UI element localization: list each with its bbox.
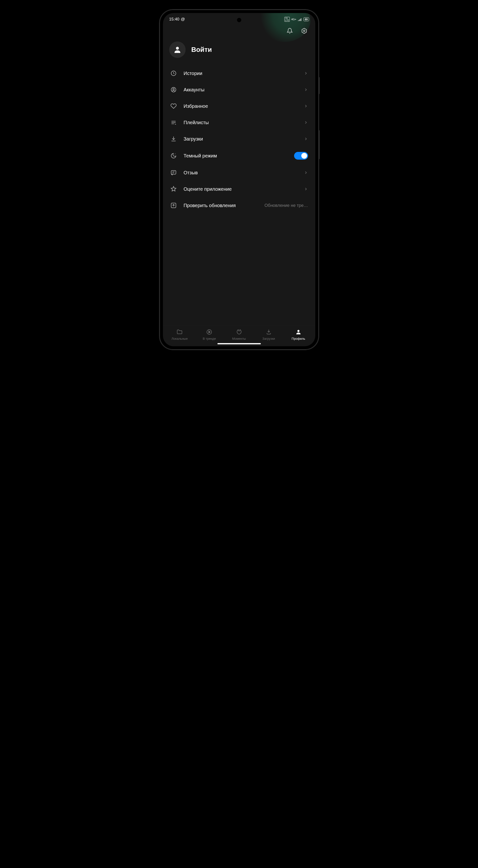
person-icon xyxy=(173,45,182,54)
svg-point-3 xyxy=(171,87,176,92)
battery-icon: 69 xyxy=(304,18,309,21)
menu-label: Аккаунты xyxy=(184,87,297,93)
toggle-knob xyxy=(301,153,307,159)
chevron-right-icon xyxy=(304,104,308,108)
dl-icon xyxy=(265,329,272,335)
svg-marker-13 xyxy=(209,331,211,333)
playlist-icon xyxy=(170,119,177,126)
status-time: 15:40 xyxy=(169,17,180,22)
menu-item-moon[interactable]: Темный режим xyxy=(163,147,315,164)
clock-icon xyxy=(170,70,177,77)
chevron-right-icon xyxy=(304,71,308,75)
menu-label: Оцените приложение xyxy=(184,186,297,192)
menu-item-playlist[interactable]: Плейлисты xyxy=(163,114,315,131)
menu-label: Загрузки xyxy=(184,136,297,142)
status-right: VoLTE 4G+ 69 xyxy=(284,17,309,22)
bell-icon xyxy=(287,28,293,34)
chevron-right-icon xyxy=(304,187,308,191)
menu-item-update[interactable]: Проверить обновленияОбновление не тре… xyxy=(163,197,315,214)
gear-icon xyxy=(301,28,307,34)
menu-list: ИсторииАккаунтыИзбранноеПлейлистыЗагрузк… xyxy=(163,65,315,326)
nav-label: Локальные xyxy=(171,337,188,340)
download-icon xyxy=(170,135,177,142)
chevron-right-icon xyxy=(304,88,308,92)
volte-icon: VoLTE xyxy=(284,17,290,22)
status-at-icon: @ xyxy=(181,17,185,22)
chevron-right-icon xyxy=(304,120,308,125)
nav-item-play[interactable]: В тренде xyxy=(194,329,224,340)
phone-frame: 15:40 @ VoLTE 4G+ 69 xyxy=(160,10,319,350)
settings-button[interactable] xyxy=(300,27,308,35)
signal-icon xyxy=(298,18,302,21)
nav-label: Моменты xyxy=(232,337,246,340)
side-button-2 xyxy=(319,130,320,159)
network-icon: 4G+ xyxy=(291,18,296,21)
svg-point-0 xyxy=(303,30,305,32)
star-icon xyxy=(170,186,177,192)
nav-item-folder[interactable]: Локальные xyxy=(165,329,194,340)
account-icon xyxy=(170,86,177,93)
svg-point-1 xyxy=(176,47,179,50)
moments-icon xyxy=(236,329,243,335)
svg-point-14 xyxy=(297,330,299,332)
nav-label: Загрузки xyxy=(262,337,275,340)
nav-item-dl[interactable]: Загрузки xyxy=(254,329,284,340)
menu-item-heart[interactable]: Избранное xyxy=(163,98,315,114)
play-icon xyxy=(206,329,213,335)
screen: 15:40 @ VoLTE 4G+ 69 xyxy=(163,13,315,346)
folder-icon xyxy=(176,329,183,335)
svg-rect-8 xyxy=(171,170,176,174)
moon-icon xyxy=(170,152,177,159)
nav-item-moments[interactable]: Моменты xyxy=(224,329,254,340)
profile-icon xyxy=(295,329,302,335)
menu-item-clock[interactable]: Истории xyxy=(163,65,315,82)
menu-label: Отзыв xyxy=(184,170,297,176)
home-indicator[interactable] xyxy=(217,343,261,344)
svg-point-4 xyxy=(172,89,174,90)
menu-label: Избранное xyxy=(184,103,297,109)
header-actions xyxy=(163,24,315,37)
menu-item-download[interactable]: Загрузки xyxy=(163,131,315,147)
side-button-1 xyxy=(319,77,320,94)
menu-sublabel: Обновление не тре… xyxy=(264,203,308,208)
heart-icon xyxy=(170,103,177,110)
menu-label: Темный режим xyxy=(184,153,287,159)
camera-notch xyxy=(237,18,241,22)
login-row[interactable]: Войти xyxy=(163,37,315,65)
menu-label: Проверить обновления xyxy=(184,203,258,208)
avatar xyxy=(169,41,186,58)
menu-item-account[interactable]: Аккаунты xyxy=(163,82,315,98)
menu-item-star[interactable]: Оцените приложение xyxy=(163,181,315,197)
dark-mode-toggle[interactable] xyxy=(294,152,308,160)
login-label: Войти xyxy=(191,46,212,54)
menu-label: Плейлисты xyxy=(184,120,297,125)
chevron-right-icon xyxy=(304,137,308,141)
menu-label: Истории xyxy=(184,71,297,76)
nav-item-profile[interactable]: Профиль xyxy=(284,329,313,340)
nav-label: Профиль xyxy=(292,337,305,340)
status-left: 15:40 @ xyxy=(169,17,185,22)
nav-label: В тренде xyxy=(203,337,216,340)
chevron-right-icon xyxy=(304,170,308,175)
menu-item-feedback[interactable]: Отзыв xyxy=(163,164,315,181)
update-icon xyxy=(170,202,177,209)
notifications-button[interactable] xyxy=(286,27,294,35)
feedback-icon xyxy=(170,169,177,176)
